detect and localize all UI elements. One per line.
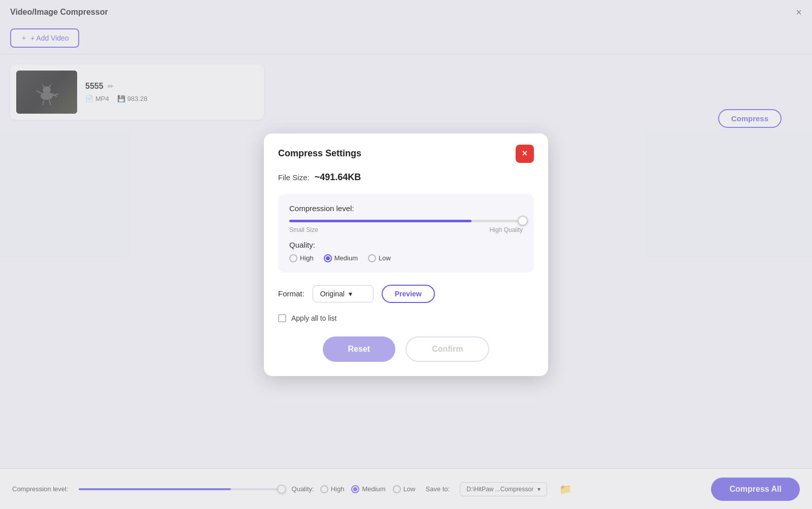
preview-button[interactable]: Preview <box>382 285 435 303</box>
modal-slider-row[interactable] <box>289 220 523 222</box>
modal-medium-radio-circle <box>324 254 332 262</box>
file-size-label: File Size: <box>278 173 310 182</box>
modal-header: Compress Settings × <box>264 133 548 172</box>
small-size-label: Small Size <box>289 226 318 233</box>
modal-low-label: Low <box>379 254 391 262</box>
apply-all-row: Apply all to list <box>278 314 534 322</box>
modal-buttons: Reset Confirm <box>278 336 534 362</box>
app-window: Video/Image Compressor × ＋ + Add Video <box>0 0 812 509</box>
modal-slider-thumb <box>518 216 528 226</box>
quality-label: Quality: <box>289 241 523 249</box>
modal-medium-label: Medium <box>334 254 358 262</box>
quality-medium[interactable]: Medium <box>324 254 358 262</box>
compress-settings-modal: Compress Settings × File Size: ~491.64KB… <box>264 133 548 376</box>
quality-high[interactable]: High <box>289 254 314 262</box>
modal-low-radio-circle <box>368 254 376 262</box>
modal-overlay: Compress Settings × File Size: ~491.64KB… <box>0 0 812 509</box>
file-size-value: ~491.64KB <box>315 172 361 183</box>
format-row: Format: Original ▾ Preview <box>278 285 534 303</box>
format-label: Format: <box>278 289 304 298</box>
format-value: Original <box>320 290 345 298</box>
format-dropdown[interactable]: Original ▾ <box>313 285 374 302</box>
apply-all-checkbox[interactable] <box>278 314 286 322</box>
modal-high-label: High <box>300 254 314 262</box>
modal-title: Compress Settings <box>278 148 361 159</box>
modal-body: File Size: ~491.64KB Compression level: … <box>264 172 548 376</box>
quality-radio-group: High Medium Low <box>289 254 523 262</box>
slider-labels: Small Size High Quality <box>289 226 523 233</box>
high-quality-label: High Quality <box>490 226 523 233</box>
modal-close-button[interactable]: × <box>516 145 534 163</box>
modal-slider-track[interactable] <box>289 220 523 222</box>
modal-high-radio-circle <box>289 254 297 262</box>
modal-slider-fill <box>289 220 471 222</box>
reset-button[interactable]: Reset <box>323 336 396 362</box>
confirm-button[interactable]: Confirm <box>405 336 489 362</box>
compression-section: Compression level: Small Size High Quali… <box>278 194 534 273</box>
apply-all-text: Apply all to list <box>291 314 336 322</box>
compression-section-label: Compression level: <box>289 204 523 213</box>
quality-section: Quality: High Medium <box>289 241 523 262</box>
dropdown-chevron-icon: ▾ <box>349 290 352 298</box>
file-size-row: File Size: ~491.64KB <box>278 172 534 183</box>
quality-low[interactable]: Low <box>368 254 391 262</box>
